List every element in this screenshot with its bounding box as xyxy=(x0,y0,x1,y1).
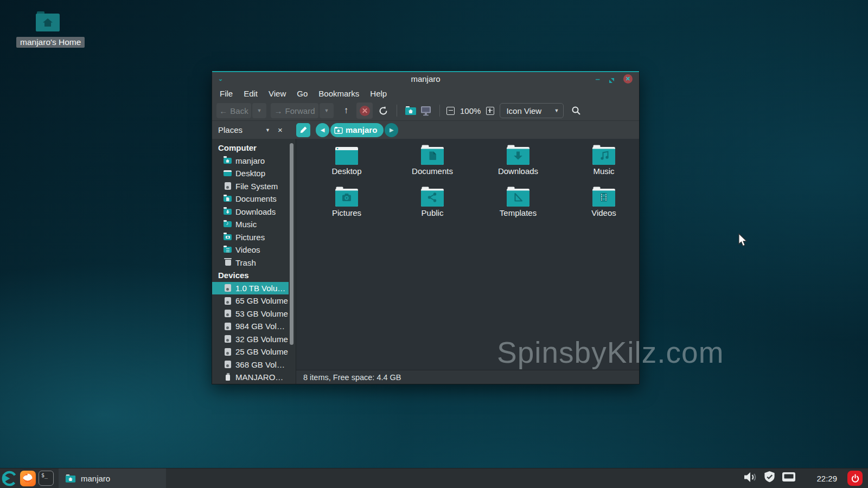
sidebar-item-downloads[interactable]: Downloads xyxy=(212,206,296,219)
file-desktop[interactable]: Desktop xyxy=(304,144,390,186)
edit-path-button[interactable] xyxy=(296,123,310,137)
sidebar-scrollbar[interactable] xyxy=(290,143,293,345)
restore-button[interactable] xyxy=(609,76,615,82)
zoom-level: 100% xyxy=(460,106,481,115)
sidebar-item-volume-368gb[interactable]: 368 GB Vol… xyxy=(212,358,296,371)
sidebar-item-videos[interactable]: Videos xyxy=(212,243,296,256)
places-close-icon[interactable]: × xyxy=(278,125,283,134)
security-shield-tray-icon[interactable] xyxy=(763,470,776,486)
home-folder-icon xyxy=(34,25,61,34)
clock[interactable]: 22:29 xyxy=(816,474,837,483)
places-dropdown-icon[interactable]: ▼ xyxy=(265,127,270,133)
chevron-down-icon: ▼ xyxy=(554,108,559,113)
back-history-dropdown[interactable]: ▼ xyxy=(252,103,266,118)
sidebar-item-volume-53gb[interactable]: 53 GB Volume xyxy=(212,307,296,320)
usb-drive-icon xyxy=(224,373,232,382)
app-menu-button[interactable] xyxy=(0,469,18,487)
terminal-launcher[interactable]: $_ xyxy=(37,469,55,487)
file-downloads[interactable]: Downloads xyxy=(475,144,561,186)
forward-button[interactable]: → Forward xyxy=(271,103,318,118)
back-button[interactable]: ← Back xyxy=(216,103,251,118)
taskbar: $_ manjaro 2 xyxy=(0,468,868,488)
forward-history-dropdown[interactable]: ▼ xyxy=(320,103,334,118)
sidebar-item-volume-1tb[interactable]: 1.0 TB Volu… xyxy=(212,282,289,295)
task-folder-icon xyxy=(65,474,76,483)
reload-icon xyxy=(378,106,388,116)
sidebar-item-manjaro[interactable]: manjaro xyxy=(212,155,296,168)
sidebar-item-volume-32gb[interactable]: 32 GB Volume xyxy=(212,333,296,346)
drive-icon xyxy=(224,309,232,318)
menu-help[interactable]: Help xyxy=(365,89,392,98)
window-title: manjaro xyxy=(212,74,639,84)
menu-bookmarks[interactable]: Bookmarks xyxy=(313,89,365,98)
file-templates[interactable]: Templates xyxy=(475,186,561,228)
status-text: 8 items, Free space: 4.4 GB xyxy=(303,373,401,382)
drive-icon xyxy=(224,348,232,356)
menu-view[interactable]: View xyxy=(263,89,291,98)
home-button[interactable] xyxy=(404,103,418,118)
taskbar-window-manjaro[interactable]: manjaro xyxy=(59,468,166,488)
sidebar-item-volume-25gb[interactable]: 25 GB Volume xyxy=(212,345,296,358)
toolbar: ← Back ▼ → Forward ▼ ↑ xyxy=(212,101,639,121)
sidebar-item-documents[interactable]: Documents xyxy=(212,192,296,206)
sidebar-item-file-system[interactable]: File System xyxy=(212,180,296,193)
menu-swirl-icon xyxy=(1,470,18,487)
downloads-folder-icon xyxy=(506,144,531,166)
sidebar-item-music[interactable]: Music xyxy=(212,218,296,231)
reload-button[interactable] xyxy=(376,103,390,118)
documents-folder-icon xyxy=(224,195,232,203)
sidebar-section-computer: Computer xyxy=(212,142,296,155)
file-documents[interactable]: Documents xyxy=(390,144,475,186)
music-folder-icon xyxy=(591,144,616,166)
drive-icon xyxy=(224,182,232,190)
zoom-in-button[interactable] xyxy=(486,107,494,115)
breadcrumb-home[interactable]: manjaro xyxy=(330,123,384,137)
sidebar-item-desktop[interactable]: Desktop xyxy=(212,167,296,180)
path-scroll-left-button[interactable]: ◀ xyxy=(316,123,329,137)
sidebar-section-devices: Devices xyxy=(212,269,296,282)
zoom-out-button[interactable] xyxy=(446,107,455,115)
sidebar-item-pictures[interactable]: Pictures xyxy=(212,231,296,244)
menu-edit[interactable]: Edit xyxy=(238,89,263,98)
power-button[interactable] xyxy=(847,471,863,486)
close-button[interactable]: ✕ xyxy=(623,74,633,84)
file-public[interactable]: Public xyxy=(390,186,475,228)
view-mode-value: Icon View xyxy=(506,106,541,115)
music-folder-icon xyxy=(224,220,232,229)
sidebar-item-volume-65gb[interactable]: 65 GB Volume xyxy=(212,294,296,307)
minimize-button[interactable]: – xyxy=(596,76,600,82)
view-mode-select[interactable]: Icon View ▼ xyxy=(500,103,564,118)
path-scroll-right-button[interactable]: ▶ xyxy=(385,123,398,137)
pictures-folder-icon xyxy=(224,233,232,241)
sidebar-item-volume-984gb[interactable]: 984 GB Vol… xyxy=(212,320,296,333)
titlebar[interactable]: ⌄ manjaro – ✕ xyxy=(212,71,639,86)
file-pictures[interactable]: Pictures xyxy=(304,186,390,228)
share-folder-icon xyxy=(420,186,445,208)
videos-folder-icon xyxy=(224,246,232,254)
file-videos[interactable]: Videos xyxy=(561,186,647,228)
home-folder-icon xyxy=(224,156,232,165)
desktop-monitor-icon xyxy=(420,106,432,116)
stop-button[interactable] xyxy=(356,102,373,119)
desktop-home-shortcut[interactable]: manjaro's Home xyxy=(16,10,79,48)
search-button[interactable] xyxy=(569,103,583,118)
terminal-icon: $_ xyxy=(39,471,54,486)
file-music[interactable]: Music xyxy=(561,144,647,186)
volume-tray-icon[interactable] xyxy=(743,470,758,486)
menu-go[interactable]: Go xyxy=(291,89,313,98)
forward-label: Forward xyxy=(285,106,315,115)
sidebar: Computer manjaro Desktop File System Doc… xyxy=(212,139,296,384)
trash-icon xyxy=(224,258,232,267)
up-button[interactable]: ↑ xyxy=(339,103,353,118)
sidebar-item-trash[interactable]: Trash xyxy=(212,256,296,269)
videos-folder-icon xyxy=(591,186,616,208)
firefox-launcher[interactable] xyxy=(18,469,37,487)
forward-arrow-icon: → xyxy=(274,106,282,115)
search-icon xyxy=(571,106,581,115)
menu-file[interactable]: File xyxy=(214,89,238,98)
mouse-cursor xyxy=(738,233,750,247)
sidebar-item-manjaro-usb[interactable]: MANJARO… xyxy=(212,371,296,384)
network-tray-icon[interactable] xyxy=(781,471,796,486)
drive-icon xyxy=(224,360,232,369)
desktop-button[interactable] xyxy=(419,103,433,118)
